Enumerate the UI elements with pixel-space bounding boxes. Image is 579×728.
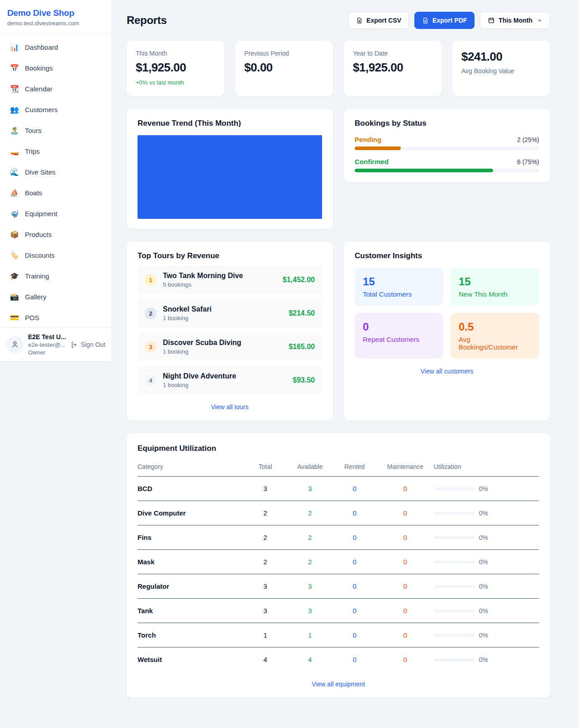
sidebar-item-products[interactable]: 📦Products xyxy=(5,226,107,243)
stat-value: $1,925.00 xyxy=(353,61,432,75)
stat-previous-period: Previous Period $0.00 xyxy=(235,41,333,96)
sidebar-item-dive-sites[interactable]: 🌊Dive Sites xyxy=(5,164,107,180)
rank-badge: 1 xyxy=(145,274,157,286)
cell-available: 3 xyxy=(288,574,332,599)
utilization-bar xyxy=(434,610,475,612)
cell-available: 1 xyxy=(288,623,332,648)
cell-available: 2 xyxy=(288,501,332,525)
sidebar-item-dashboard[interactable]: 📊Dashboard xyxy=(5,39,107,56)
sign-out-label: Sign Out xyxy=(81,341,105,348)
sidebar-item-label: POS xyxy=(25,314,39,321)
shop-subdomain: demo.test.divestreams.com xyxy=(7,20,104,27)
sidebar-item-label: Training xyxy=(25,272,49,280)
sidebar-item-customers[interactable]: 👥Customers xyxy=(5,101,107,118)
stat-label: Year to Date xyxy=(353,50,432,57)
cell-total: 3 xyxy=(243,599,288,623)
view-all-customers-link[interactable]: View all customers xyxy=(355,368,539,375)
utilization-percent: 0% xyxy=(479,534,488,541)
utilization-bar xyxy=(434,585,475,588)
status-bar-fill xyxy=(355,169,493,172)
sidebar-item-label: Trips xyxy=(25,147,40,155)
top-tours-title: Top Tours by Revenue xyxy=(138,251,322,260)
view-all-equipment-link[interactable]: View all equipment xyxy=(138,681,539,688)
cell-total: 3 xyxy=(243,574,288,599)
export-pdf-button[interactable]: Export PDF xyxy=(414,12,475,29)
gallery-icon: 📸 xyxy=(10,293,19,301)
sidebar: Demo Dive Shop demo.test.divestreams.com… xyxy=(0,0,112,362)
sign-out-button[interactable]: Sign Out xyxy=(71,341,105,349)
stat-cards: This Month $1,925.00 +0% vs last month P… xyxy=(127,41,550,96)
tour-row: 4 Night Dive Adventure 1 booking $93.50 xyxy=(138,366,322,394)
tile-label: New This Month xyxy=(459,290,531,298)
cell-available: 2 xyxy=(288,525,332,550)
utilization-percent: 0% xyxy=(479,656,488,663)
cell-maintenance: 0 xyxy=(377,477,434,501)
utilization-bar xyxy=(434,658,475,661)
sidebar-item-label: Discounts xyxy=(25,251,55,259)
training-icon: 🎓 xyxy=(10,272,19,280)
utilization-bar xyxy=(434,634,475,637)
tile-value: 15 xyxy=(363,275,435,288)
stat-value: $1,925.00 xyxy=(136,61,215,75)
table-row: Fins 2 2 0 0 0% xyxy=(138,525,539,550)
bookings-by-status-title: Bookings by Status xyxy=(355,119,539,128)
cell-rented: 0 xyxy=(332,648,377,672)
equipment-utilization-title: Equipment Utilization xyxy=(138,444,539,453)
utilization-percent: 0% xyxy=(479,607,488,615)
tour-row: 1 Two Tank Morning Dive 5 bookings $1,45… xyxy=(138,266,322,294)
tour-revenue: $214.50 xyxy=(289,309,315,317)
customers-icon: 👥 xyxy=(10,105,19,114)
stat-label: Previous Period xyxy=(244,50,324,57)
utilization-bar xyxy=(434,487,475,490)
sidebar-nav: 📊Dashboard 📅Bookings 📆Calendar 👥Customer… xyxy=(0,33,112,336)
sidebar-item-label: Bookings xyxy=(25,64,53,72)
charts-row: Revenue Trend (This Month) Bookings by S… xyxy=(127,109,550,229)
col-utilization: Utilization xyxy=(434,459,539,477)
header-actions: Export CSV Export PDF This Month xyxy=(348,12,550,29)
utilization-bar xyxy=(434,536,475,539)
dashboard-icon: 📊 xyxy=(10,43,19,52)
person-icon xyxy=(10,340,19,349)
sidebar-item-training[interactable]: 🎓Training xyxy=(5,268,107,284)
pos-icon: 💳 xyxy=(10,313,19,322)
utilization-percent: 0% xyxy=(479,510,488,517)
sidebar-item-equipment[interactable]: 🤿Equipment xyxy=(5,205,107,222)
tour-name: Two Tank Morning Dive xyxy=(163,272,276,280)
sidebar-item-discounts[interactable]: 🏷️Discounts xyxy=(5,247,107,264)
sidebar-item-trips[interactable]: 🚤Trips xyxy=(5,143,107,160)
sidebar-item-gallery[interactable]: 📸Gallery xyxy=(5,288,107,305)
export-csv-button[interactable]: Export CSV xyxy=(348,12,409,29)
cell-maintenance: 0 xyxy=(377,623,434,648)
cell-rented: 0 xyxy=(332,599,377,623)
col-category: Category xyxy=(138,459,243,477)
bookings-icon: 📅 xyxy=(10,64,19,72)
shop-name: Demo Dive Shop xyxy=(7,8,104,18)
cell-total: 2 xyxy=(243,550,288,574)
tile-avg-bookings-customer: 0.5 Avg Bookings/Customer xyxy=(451,313,539,359)
calendar-icon: 📆 xyxy=(10,85,19,93)
stat-avg-booking-value: $241.00 Avg Booking Value xyxy=(452,41,550,96)
sidebar-item-tours[interactable]: 🏝️Tours xyxy=(5,122,107,139)
utilization-percent: 0% xyxy=(479,558,488,566)
table-row: Regulator 3 3 0 0 0% xyxy=(138,574,539,599)
view-all-tours-link[interactable]: View all tours xyxy=(138,403,322,411)
period-label: This Month xyxy=(498,17,532,24)
trips-icon: 🚤 xyxy=(10,147,19,156)
tile-value: 0 xyxy=(363,321,435,333)
cell-available: 2 xyxy=(288,550,332,574)
period-select[interactable]: This Month xyxy=(480,12,550,29)
file-download-icon xyxy=(422,17,429,24)
sidebar-item-pos[interactable]: 💳POS xyxy=(5,309,107,326)
sidebar-item-bookings[interactable]: 📅Bookings xyxy=(5,60,107,76)
cell-total: 3 xyxy=(243,477,288,501)
discounts-icon: 🏷️ xyxy=(10,251,19,260)
sidebar-item-boats[interactable]: ⛵Boats xyxy=(5,184,107,201)
utilization-bar xyxy=(434,512,475,515)
cell-category: Mask xyxy=(138,550,243,574)
sidebar-item-calendar[interactable]: 📆Calendar xyxy=(5,80,107,97)
status-row-confirmed: Confirmed 6 (75%) xyxy=(355,158,539,172)
user-section: E2E Test U... e2e-tester@... Owner Sign … xyxy=(0,327,112,361)
file-download-icon xyxy=(356,17,363,24)
tours-icon: 🏝️ xyxy=(10,126,19,135)
stat-this-month: This Month $1,925.00 +0% vs last month xyxy=(127,41,224,96)
